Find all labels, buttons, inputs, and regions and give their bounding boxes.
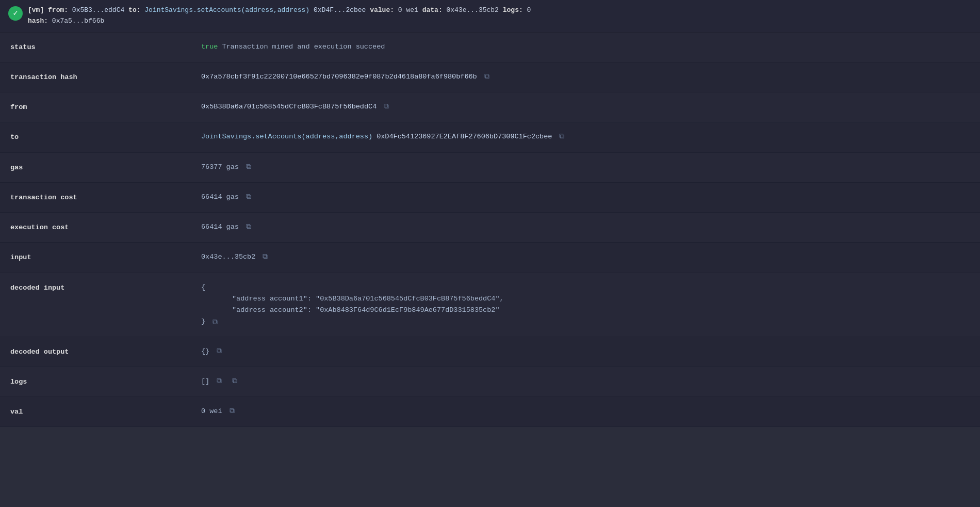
decoded-output-value: {} ⧉ — [201, 346, 225, 357]
tx-cost-copy-icon[interactable]: ⧉ — [246, 192, 254, 200]
decoded-input-label: decoded input — [10, 282, 201, 293]
decoded-input-value: { "address account1": "0x5B38Da6a701c568… — [201, 282, 504, 327]
to-label-top: to: — [128, 6, 140, 14]
decoded-input-open: { — [201, 282, 205, 293]
exec-cost-value: 66414 gas ⧉ — [201, 222, 254, 232]
account1-key: "address account1": — [232, 295, 316, 303]
status-row: status true Transaction mined and execut… — [0, 33, 980, 62]
transaction-details: status true Transaction mined and execut… — [0, 33, 980, 427]
tx-hash-text: 0x7a578cbf3f91c22200710e66527bd7096382e9… — [201, 72, 477, 82]
to-address-text: 0xD4Fc541236927E2EAf8F27606bD7309C1Fc2cb… — [377, 132, 552, 142]
data-label-top: data: — [422, 6, 443, 14]
to-row: to JointSavings.setAccounts(address,addr… — [0, 122, 980, 152]
decoded-input-copy-icon[interactable]: ⧉ — [213, 318, 221, 326]
decoded-output-label: decoded output — [10, 346, 201, 357]
val-copy-icon[interactable]: ⧉ — [230, 406, 238, 415]
exec-cost-row: execution cost 66414 gas ⧉ — [0, 213, 980, 243]
decoded-output-copy-icon[interactable]: ⧉ — [217, 346, 225, 355]
tx-cost-value: 66414 gas ⧉ — [201, 192, 254, 202]
gas-copy-icon[interactable]: ⧉ — [246, 162, 254, 170]
from-addr-top: 0x5B3...eddC4 — [72, 6, 124, 14]
vm-label: [vm] — [28, 6, 44, 14]
to-addr-top: 0xD4F...2cbee — [314, 6, 366, 14]
status-description: Transaction mined and execution succeed — [222, 42, 385, 52]
from-label: from — [10, 102, 201, 113]
val-text: 0 wei — [201, 406, 222, 417]
tx-hash-label: transaction hash — [10, 72, 201, 83]
input-row: input 0x43e...35cb2 ⧉ — [0, 243, 980, 273]
exec-cost-copy-icon[interactable]: ⧉ — [246, 222, 254, 230]
status-true-text: true — [201, 42, 218, 52]
value-label-top: value: — [370, 6, 394, 14]
logs-copy-icon-1[interactable]: ⧉ — [217, 376, 225, 385]
decoded-input-row: decoded input { "address account1": "0x5… — [0, 273, 980, 337]
logs-val-top: 0 — [527, 6, 531, 14]
logs-label-top: logs: — [503, 6, 523, 14]
logs-text: [] — [201, 376, 209, 387]
to-copy-icon[interactable]: ⧉ — [559, 132, 567, 140]
account2-key: "address account2": — [232, 306, 316, 314]
decoded-input-close: } ⧉ — [201, 316, 221, 327]
logs-copy-icon-2[interactable]: ⧉ — [232, 376, 240, 385]
tx-cost-label: transaction cost — [10, 192, 201, 203]
input-value: 0x43e...35cb2 ⧉ — [201, 252, 271, 262]
decoded-input-close-brace: } — [201, 316, 205, 327]
to-method-text: JointSavings.setAccounts(address,address… — [201, 132, 372, 142]
logs-label: logs — [10, 376, 201, 387]
tx-hash-value: 0x7a578cbf3f91c22200710e66527bd7096382e9… — [201, 72, 493, 82]
from-address-text: 0x5B38Da6a701c568545dCfcB03FcB875f56bedd… — [201, 102, 377, 112]
tx-hash-copy-icon[interactable]: ⧉ — [484, 72, 493, 80]
val-label: val — [10, 406, 201, 417]
hash-val-top: 0x7a5...bf66b — [52, 17, 104, 25]
from-row: from 0x5B38Da6a701c568545dCfcB03FcB875f5… — [0, 92, 980, 122]
hash-label-top: hash: — [28, 17, 48, 25]
value-val-top: 0 wei — [398, 6, 418, 14]
logs-row: logs [] ⧉ ⧉ — [0, 367, 980, 397]
gas-row: gas 76377 gas ⧉ — [0, 153, 980, 183]
data-val-top: 0x43e...35cb2 — [447, 6, 499, 14]
from-value: 0x5B38Da6a701c568545dCfcB03FcB875f56bedd… — [201, 102, 392, 112]
transaction-header: [vm] from: 0x5B3...eddC4 to: JointSaving… — [0, 0, 980, 33]
to-value: JointSavings.setAccounts(address,address… — [201, 132, 567, 142]
tx-cost-text: 66414 gas — [201, 192, 239, 202]
success-icon — [8, 6, 23, 21]
input-copy-icon[interactable]: ⧉ — [263, 252, 271, 260]
tx-hash-row: transaction hash 0x7a578cbf3f91c22200710… — [0, 62, 980, 92]
status-label: status — [10, 42, 201, 53]
decoded-input-field-1: "address account1": "0x5B38Da6a701c56854… — [201, 294, 504, 304]
header-text: [vm] from: 0x5B3...eddC4 to: JointSaving… — [28, 5, 531, 27]
decoded-input-field-2: "address account2": "0xAb8483F64d9C6d1Ec… — [201, 305, 500, 315]
logs-value: [] ⧉ ⧉ — [201, 376, 240, 387]
gas-label: gas — [10, 162, 201, 173]
exec-cost-label: execution cost — [10, 222, 201, 233]
from-label-top: from: — [48, 6, 68, 14]
val-row: val 0 wei ⧉ — [0, 397, 980, 427]
input-text: 0x43e...35cb2 — [201, 252, 255, 262]
gas-text: 76377 gas — [201, 162, 239, 172]
decoded-output-row: decoded output {} ⧉ — [0, 337, 980, 367]
gas-value: 76377 gas ⧉ — [201, 162, 254, 172]
decoded-output-text: {} — [201, 346, 209, 357]
val-value: 0 wei ⧉ — [201, 406, 238, 417]
account2-val: "0xAb8483F64d9C6d1EcF9b849Ae677dD3315835… — [316, 306, 499, 314]
account1-val: "0x5B38Da6a701c568545dCfcB03FcB875f56bed… — [316, 295, 504, 303]
from-copy-icon[interactable]: ⧉ — [384, 102, 392, 110]
status-value: true Transaction mined and execution suc… — [201, 42, 385, 52]
tx-cost-row: transaction cost 66414 gas ⧉ — [0, 183, 980, 213]
to-method-top: JointSavings.setAccounts(address,address… — [144, 6, 309, 14]
to-label: to — [10, 132, 201, 142]
exec-cost-text: 66414 gas — [201, 222, 239, 232]
input-label: input — [10, 252, 201, 263]
